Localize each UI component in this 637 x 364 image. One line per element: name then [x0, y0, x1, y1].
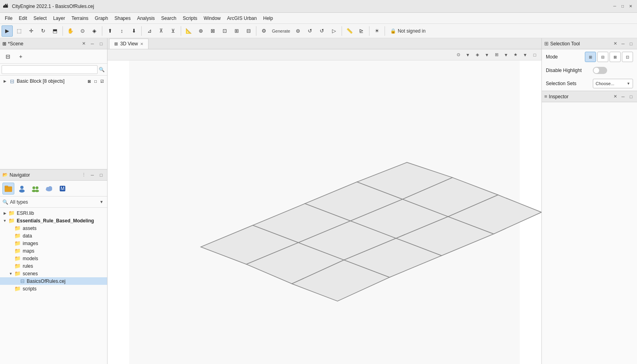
menu-file[interactable]: File	[2, 14, 16, 23]
view-display-dropdown[interactable]: ▼	[483, 51, 491, 59]
search-icon[interactable]: 🔍	[98, 66, 106, 74]
cleanup3-button[interactable]: ⊜	[293, 25, 304, 37]
close-button[interactable]: ✕	[627, 3, 634, 10]
mode-pt-btn[interactable]: ⊡	[622, 52, 633, 62]
tab-3d-view[interactable]: ⊞ 3D View ✕	[109, 39, 149, 49]
extrude-button[interactable]: ⬒	[49, 25, 61, 37]
scene-close-button[interactable]: ✕	[80, 40, 87, 47]
menu-layer[interactable]: Layer	[50, 14, 68, 23]
generate-button[interactable]: Generate	[270, 29, 292, 33]
nav-item-scripts[interactable]: 📁 scripts	[0, 285, 107, 292]
mode-face-btn[interactable]: ⊠	[610, 52, 621, 62]
menu-arcgis-urban[interactable]: ArcGIS Urban	[224, 14, 260, 23]
selection-tool-minimize-button[interactable]: ─	[619, 40, 627, 47]
menu-select[interactable]: Select	[30, 14, 50, 23]
view-star-btn[interactable]: ★	[511, 51, 520, 59]
rotate-button[interactable]: ↻	[37, 25, 49, 37]
check-tick-icon[interactable]: ☑	[99, 78, 105, 84]
filter-dropdown-arrow[interactable]: ▼	[98, 199, 105, 205]
mode-rect-btn[interactable]: ⊞	[585, 52, 596, 62]
cleanup5-button[interactable]: ↺	[317, 25, 328, 37]
marquee-select-button[interactable]: ⬚	[14, 25, 25, 37]
view-layer-dropdown[interactable]: ▼	[502, 51, 510, 59]
menu-help[interactable]: Help	[260, 14, 276, 23]
inspector-maximize-button[interactable]: □	[627, 93, 635, 100]
nav-local-folder-btn[interactable]	[2, 183, 14, 195]
menu-graph[interactable]: Graph	[92, 14, 111, 23]
menu-shapes[interactable]: Shapes	[111, 14, 134, 23]
boolean-button[interactable]: ⊠	[207, 25, 218, 37]
scene-minimize-button[interactable]: ─	[89, 40, 96, 47]
terrain-raise-button[interactable]: ⊻	[168, 25, 179, 37]
select-tool-button[interactable]: ▶	[2, 25, 13, 37]
mode-obj-btn[interactable]: ⊟	[597, 52, 608, 62]
orbit-button[interactable]: ⊙	[77, 25, 88, 37]
menu-analysis[interactable]: Analysis	[134, 14, 158, 23]
generate-settings-button[interactable]: ⚙	[258, 25, 270, 37]
maximize-button[interactable]: □	[619, 3, 626, 10]
nav-item-maps[interactable]: 📁 maps	[0, 247, 107, 255]
nav-item-esrilib[interactable]: ▶ 📁 ESRI.lib	[0, 209, 107, 217]
selection-tool-maximize-button[interactable]: □	[627, 40, 635, 47]
view-layer-btn[interactable]: ⊞	[492, 51, 501, 59]
terrain-button[interactable]: ⊿	[144, 25, 155, 37]
sun-button[interactable]: ☀	[371, 25, 383, 37]
3d-viewport[interactable]	[107, 60, 541, 364]
disable-highlight-toggle[interactable]	[593, 67, 607, 74]
nav-cloud-btn[interactable]	[43, 183, 55, 195]
nav-user-btn[interactable]	[16, 183, 28, 195]
nav-item-assets[interactable]: 📁 assets	[0, 224, 107, 232]
nav-item-images[interactable]: 📁 images	[0, 239, 107, 247]
minimize-button[interactable]: ─	[612, 3, 618, 10]
nav-service-btn[interactable]: M	[57, 183, 68, 195]
expand-icon[interactable]: ▶	[2, 211, 7, 215]
move-button[interactable]: ✛	[25, 25, 37, 37]
scene-layer-btn[interactable]: ⊟	[2, 51, 14, 62]
create-graph-button[interactable]: ⬆	[104, 25, 115, 37]
nav-menu-button[interactable]: ⋮	[80, 171, 87, 179]
view-maximize-btn[interactable]: □	[530, 51, 539, 59]
nav-item-scenes[interactable]: ▼ 📁 scenes	[0, 270, 107, 277]
scene-tree-item-basic-block[interactable]: ▶ ⊟ Basic Block [8 objects] ⊠ □ ☑	[0, 77, 107, 85]
scene-maximize-button[interactable]: □	[98, 40, 105, 47]
menu-window[interactable]: Window	[201, 14, 224, 23]
align-button[interactable]: ⊛	[195, 25, 206, 37]
graph-grow-button[interactable]: ↕	[116, 25, 127, 37]
nav-minimize-button[interactable]: ─	[89, 171, 96, 179]
expand-icon[interactable]: ▶	[2, 79, 7, 84]
shape-tool-button[interactable]: ⬇	[128, 25, 139, 37]
scene-search-input[interactable]	[2, 65, 98, 74]
expand-icon[interactable]: ▼	[8, 272, 13, 276]
terrain-flatten-button[interactable]: ⊼	[156, 25, 167, 37]
expand-icon[interactable]: ▼	[2, 219, 7, 223]
menu-terrains[interactable]: Terrains	[68, 14, 92, 23]
bridge-button[interactable]: ⊡	[219, 25, 230, 37]
cleanup4-button[interactable]: ↺	[305, 25, 316, 37]
nav-item-models[interactable]: 📁 models	[0, 255, 107, 262]
clean2-button[interactable]: ⊟	[243, 25, 254, 37]
inspector-close-button[interactable]: ✕	[612, 93, 619, 100]
nav-maximize-button[interactable]: □	[98, 171, 105, 179]
nav-item-data[interactable]: 📁 data	[0, 232, 107, 239]
ruler-button[interactable]: 📏	[344, 25, 355, 37]
selection-sets-dropdown[interactable]: Choose... ▼	[593, 79, 633, 88]
check-pattern-icon[interactable]: ⊠	[86, 78, 92, 84]
selection-tool-close-button[interactable]: ✕	[612, 40, 619, 47]
nav-group-btn[interactable]	[29, 183, 41, 195]
ruler2-button[interactable]: ⊵	[356, 25, 367, 37]
menu-search[interactable]: Search	[158, 14, 180, 23]
pan-button[interactable]: ✋	[65, 25, 76, 37]
view-snap-dropdown[interactable]: ▼	[463, 51, 472, 59]
view-star-dropdown[interactable]: ▼	[521, 51, 530, 59]
nav-item-essentials[interactable]: ▼ 📁 Essentials_Rule_Based_Modeling	[0, 217, 107, 224]
nav-item-basics-cej[interactable]: ⊟ BasicsOfRules.cej	[0, 277, 107, 285]
bookmarks-button[interactable]: ◈	[89, 25, 100, 37]
nav-item-rules[interactable]: 📁 rules	[0, 262, 107, 270]
measure-button[interactable]: 📐	[183, 25, 194, 37]
inspector-minimize-button[interactable]: ─	[619, 93, 627, 100]
menu-edit[interactable]: Edit	[16, 14, 30, 23]
scene-add-btn[interactable]: +	[15, 51, 26, 62]
menu-scripts[interactable]: Scripts	[180, 14, 201, 23]
tab-3d-close[interactable]: ✕	[140, 42, 143, 46]
cleanup6-button[interactable]: ▷	[328, 25, 340, 37]
